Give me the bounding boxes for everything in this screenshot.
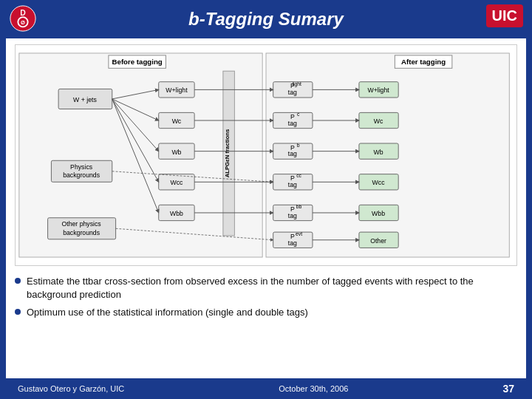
svg-text:c: c [297, 112, 300, 117]
svg-text:bb: bb [296, 204, 302, 209]
diagram-area: Before tagging After tagging ALPGεN frac… [15, 44, 517, 266]
svg-text:tag: tag [288, 212, 297, 219]
svg-text:Wb: Wb [374, 149, 383, 156]
bullet-item-1: Estimate the ttbar cross-section from ob… [15, 275, 517, 301]
bullet-dot-1 [15, 278, 21, 284]
svg-text:backgrounds: backgrounds [63, 172, 100, 180]
svg-text:tag: tag [288, 181, 297, 188]
svg-text:Wc: Wc [374, 117, 383, 125]
header: D Ø b-Tagging Sumary UIC [0, 0, 532, 38]
slide: D Ø b-Tagging Sumary UIC Before tagging … [0, 0, 532, 399]
svg-text:tag: tag [288, 150, 297, 157]
svg-text:W + jets: W + jets [73, 96, 97, 103]
footer-date: October 30th, 2006 [279, 384, 348, 393]
bullet-dot-2 [15, 309, 21, 315]
svg-text:After tagging: After tagging [401, 58, 446, 66]
svg-text:Wbb: Wbb [372, 210, 385, 217]
footer: Gustavo Otero y Garzón, UIC October 30th… [6, 378, 526, 399]
footer-author: Gustavo Otero y Garzón, UIC [18, 384, 124, 393]
svg-text:Physics: Physics [70, 163, 93, 171]
svg-text:Ø: Ø [21, 19, 25, 26]
bullet-text-1: Estimate the ttbar cross-section from ob… [27, 275, 517, 301]
svg-text:cc: cc [296, 174, 301, 179]
svg-text:light: light [292, 81, 301, 87]
bullet-text-2: Optimum use of the statistical informati… [27, 306, 308, 319]
svg-text:Wcc: Wcc [372, 179, 386, 186]
svg-text:b: b [297, 143, 300, 148]
svg-text:Other: Other [370, 237, 386, 245]
d0-logo: D Ø [9, 4, 38, 34]
svg-text:D: D [20, 9, 26, 17]
svg-text:W+light: W+light [367, 86, 389, 94]
main-content: Before tagging After tagging ALPGεN frac… [6, 38, 526, 378]
svg-text:ALPGεN fractions: ALPGεN fractions [224, 129, 231, 178]
svg-text:tag: tag [288, 89, 297, 96]
footer-page: 37 [502, 383, 514, 395]
svg-text:tag: tag [288, 120, 297, 127]
bullet-section: Estimate the ttbar cross-section from ob… [15, 272, 517, 372]
uic-logo: UIC [486, 4, 523, 27]
svg-text:Wbb: Wbb [170, 210, 183, 217]
svg-text:Wc: Wc [172, 117, 182, 125]
svg-text:Other physics: Other physics [61, 220, 101, 228]
svg-text:tag: tag [288, 239, 297, 247]
svg-text:evt: evt [296, 231, 302, 236]
svg-text:Wb: Wb [171, 149, 181, 156]
bullet-item-2: Optimum use of the statistical informati… [15, 306, 517, 319]
svg-text:backgrounds: backgrounds [63, 229, 100, 236]
svg-text:W+light: W+light [166, 86, 188, 94]
svg-text:Wcc: Wcc [170, 179, 183, 186]
svg-text:Before tagging: Before tagging [112, 58, 163, 66]
page-title: b-Tagging Sumary [188, 9, 344, 30]
